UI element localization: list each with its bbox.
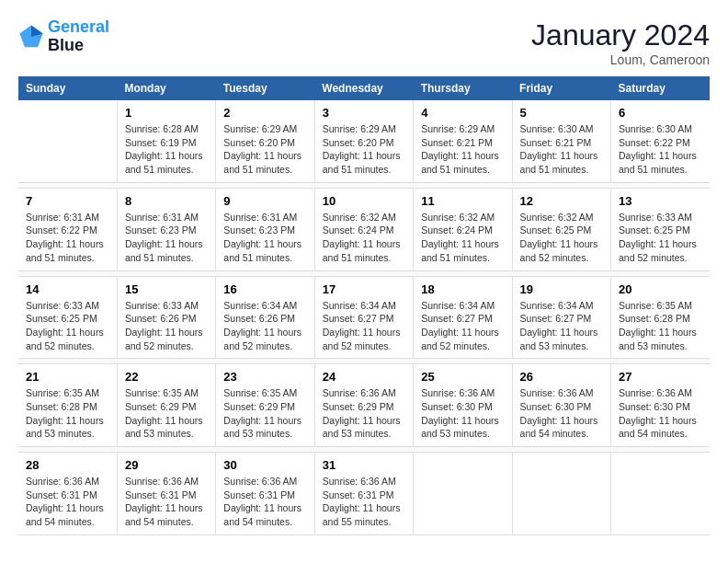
day-info: Sunrise: 6:32 AMSunset: 6:24 PMDaylight:… — [323, 211, 405, 265]
day-number: 26 — [520, 370, 603, 384]
header-cell-friday: Friday — [512, 76, 610, 100]
day-info: Sunrise: 6:30 AMSunset: 6:21 PMDaylight:… — [520, 122, 603, 177]
calendar-cell: 30Sunrise: 6:36 AMSunset: 6:31 PMDayligh… — [216, 453, 314, 535]
day-info: Sunrise: 6:36 AMSunset: 6:30 PMDaylight:… — [520, 386, 603, 441]
day-number: 21 — [26, 370, 109, 384]
day-info: Sunrise: 6:36 AMSunset: 6:30 PMDaylight:… — [619, 386, 702, 441]
calendar-cell — [18, 100, 117, 182]
day-number: 28 — [26, 458, 109, 472]
day-number: 25 — [421, 370, 504, 384]
calendar-table: SundayMondayTuesdayWednesdayThursdayFrid… — [18, 76, 710, 535]
day-info: Sunrise: 6:36 AMSunset: 6:31 PMDaylight:… — [323, 475, 405, 529]
day-info: Sunrise: 6:31 AMSunset: 6:22 PMDaylight:… — [26, 211, 109, 265]
calendar-cell: 27Sunrise: 6:36 AMSunset: 6:30 PMDayligh… — [611, 364, 710, 447]
page-header: General Blue January 2024 Loum, Cameroon — [18, 18, 710, 67]
day-number: 8 — [125, 194, 208, 208]
day-number: 17 — [323, 282, 405, 296]
day-info: Sunrise: 6:34 AMSunset: 6:26 PMDaylight:… — [223, 299, 306, 353]
day-info: Sunrise: 6:31 AMSunset: 6:23 PMDaylight:… — [223, 211, 306, 265]
day-number: 3 — [323, 106, 405, 120]
calendar-cell — [414, 453, 512, 535]
day-number: 20 — [619, 282, 702, 296]
day-info: Sunrise: 6:32 AMSunset: 6:25 PMDaylight:… — [520, 211, 603, 265]
calendar-cell: 3Sunrise: 6:29 AMSunset: 6:20 PMDaylight… — [314, 100, 413, 182]
logo: General Blue — [18, 18, 109, 55]
day-number: 7 — [26, 194, 109, 208]
header-cell-monday: Monday — [117, 76, 215, 100]
calendar-cell: 14Sunrise: 6:33 AMSunset: 6:25 PMDayligh… — [18, 276, 117, 359]
header-cell-saturday: Saturday — [611, 76, 710, 100]
day-number: 22 — [125, 370, 208, 384]
calendar-cell: 24Sunrise: 6:36 AMSunset: 6:29 PMDayligh… — [314, 364, 413, 447]
calendar-cell: 20Sunrise: 6:35 AMSunset: 6:28 PMDayligh… — [611, 276, 710, 359]
day-info: Sunrise: 6:32 AMSunset: 6:24 PMDaylight:… — [421, 211, 504, 265]
day-number: 13 — [619, 194, 702, 208]
calendar-cell: 21Sunrise: 6:35 AMSunset: 6:28 PMDayligh… — [18, 364, 117, 447]
calendar-body: 1Sunrise: 6:28 AMSunset: 6:19 PMDaylight… — [18, 100, 710, 534]
calendar-cell: 29Sunrise: 6:36 AMSunset: 6:31 PMDayligh… — [117, 453, 215, 535]
calendar-cell: 15Sunrise: 6:33 AMSunset: 6:26 PMDayligh… — [117, 276, 215, 359]
day-number: 16 — [223, 282, 306, 296]
calendar-cell: 2Sunrise: 6:29 AMSunset: 6:20 PMDaylight… — [216, 100, 314, 182]
calendar-cell: 16Sunrise: 6:34 AMSunset: 6:26 PMDayligh… — [216, 276, 314, 359]
calendar-cell: 8Sunrise: 6:31 AMSunset: 6:23 PMDaylight… — [117, 188, 215, 270]
calendar-cell: 19Sunrise: 6:34 AMSunset: 6:27 PMDayligh… — [512, 276, 610, 359]
day-info: Sunrise: 6:29 AMSunset: 6:20 PMDaylight:… — [223, 122, 306, 177]
day-number: 15 — [125, 282, 208, 296]
day-info: Sunrise: 6:31 AMSunset: 6:23 PMDaylight:… — [125, 211, 208, 265]
calendar-cell: 7Sunrise: 6:31 AMSunset: 6:22 PMDaylight… — [18, 188, 117, 270]
header-row: SundayMondayTuesdayWednesdayThursdayFrid… — [18, 76, 710, 100]
header-cell-wednesday: Wednesday — [314, 76, 413, 100]
day-info: Sunrise: 6:34 AMSunset: 6:27 PMDaylight:… — [520, 299, 603, 353]
day-info: Sunrise: 6:33 AMSunset: 6:25 PMDaylight:… — [619, 211, 702, 265]
calendar-cell — [611, 453, 710, 535]
day-number: 30 — [223, 458, 306, 472]
day-number: 1 — [125, 106, 208, 120]
header-cell-sunday: Sunday — [18, 76, 117, 100]
day-number: 4 — [421, 106, 504, 120]
calendar-cell: 6Sunrise: 6:30 AMSunset: 6:22 PMDaylight… — [611, 100, 710, 182]
calendar-cell: 4Sunrise: 6:29 AMSunset: 6:21 PMDaylight… — [414, 100, 512, 182]
day-info: Sunrise: 6:36 AMSunset: 6:31 PMDaylight:… — [26, 475, 109, 529]
calendar-cell: 25Sunrise: 6:36 AMSunset: 6:30 PMDayligh… — [414, 364, 512, 447]
day-number: 31 — [323, 458, 405, 472]
header-cell-thursday: Thursday — [414, 76, 512, 100]
day-number: 18 — [421, 282, 504, 296]
calendar-cell: 5Sunrise: 6:30 AMSunset: 6:21 PMDaylight… — [512, 100, 610, 182]
calendar-cell: 11Sunrise: 6:32 AMSunset: 6:24 PMDayligh… — [414, 188, 512, 270]
calendar-cell: 22Sunrise: 6:35 AMSunset: 6:29 PMDayligh… — [117, 364, 215, 447]
calendar-week-3: 14Sunrise: 6:33 AMSunset: 6:25 PMDayligh… — [18, 276, 710, 359]
calendar-week-5: 28Sunrise: 6:36 AMSunset: 6:31 PMDayligh… — [18, 453, 710, 535]
day-number: 19 — [520, 282, 603, 296]
calendar-cell: 31Sunrise: 6:36 AMSunset: 6:31 PMDayligh… — [314, 453, 413, 535]
day-number: 29 — [125, 458, 208, 472]
day-number: 6 — [619, 106, 702, 120]
day-number: 14 — [26, 282, 109, 296]
day-number: 23 — [223, 370, 306, 384]
day-info: Sunrise: 6:36 AMSunset: 6:29 PMDaylight:… — [323, 386, 405, 441]
day-info: Sunrise: 6:33 AMSunset: 6:26 PMDaylight:… — [125, 299, 208, 353]
day-info: Sunrise: 6:35 AMSunset: 6:29 PMDaylight:… — [125, 386, 208, 441]
day-info: Sunrise: 6:34 AMSunset: 6:27 PMDaylight:… — [421, 299, 504, 353]
day-number: 10 — [323, 194, 405, 208]
day-number: 2 — [223, 106, 306, 120]
calendar-cell: 17Sunrise: 6:34 AMSunset: 6:27 PMDayligh… — [314, 276, 413, 359]
calendar-cell: 10Sunrise: 6:32 AMSunset: 6:24 PMDayligh… — [314, 188, 413, 270]
calendar-cell: 28Sunrise: 6:36 AMSunset: 6:31 PMDayligh… — [18, 453, 117, 535]
calendar-week-4: 21Sunrise: 6:35 AMSunset: 6:28 PMDayligh… — [18, 364, 710, 447]
calendar-cell: 18Sunrise: 6:34 AMSunset: 6:27 PMDayligh… — [414, 276, 512, 359]
day-info: Sunrise: 6:35 AMSunset: 6:28 PMDaylight:… — [619, 299, 702, 353]
day-info: Sunrise: 6:33 AMSunset: 6:25 PMDaylight:… — [26, 299, 109, 353]
day-number: 27 — [619, 370, 702, 384]
day-info: Sunrise: 6:29 AMSunset: 6:20 PMDaylight:… — [323, 122, 405, 177]
calendar-cell: 23Sunrise: 6:35 AMSunset: 6:29 PMDayligh… — [216, 364, 314, 447]
day-number: 12 — [520, 194, 603, 208]
day-number: 9 — [223, 194, 306, 208]
calendar-week-2: 7Sunrise: 6:31 AMSunset: 6:22 PMDaylight… — [18, 188, 710, 270]
calendar-header: SundayMondayTuesdayWednesdayThursdayFrid… — [18, 76, 710, 100]
calendar-cell — [512, 453, 610, 535]
calendar-cell: 13Sunrise: 6:33 AMSunset: 6:25 PMDayligh… — [611, 188, 710, 270]
day-number: 5 — [520, 106, 603, 120]
day-info: Sunrise: 6:35 AMSunset: 6:29 PMDaylight:… — [223, 386, 306, 441]
day-info: Sunrise: 6:29 AMSunset: 6:21 PMDaylight:… — [421, 122, 504, 177]
